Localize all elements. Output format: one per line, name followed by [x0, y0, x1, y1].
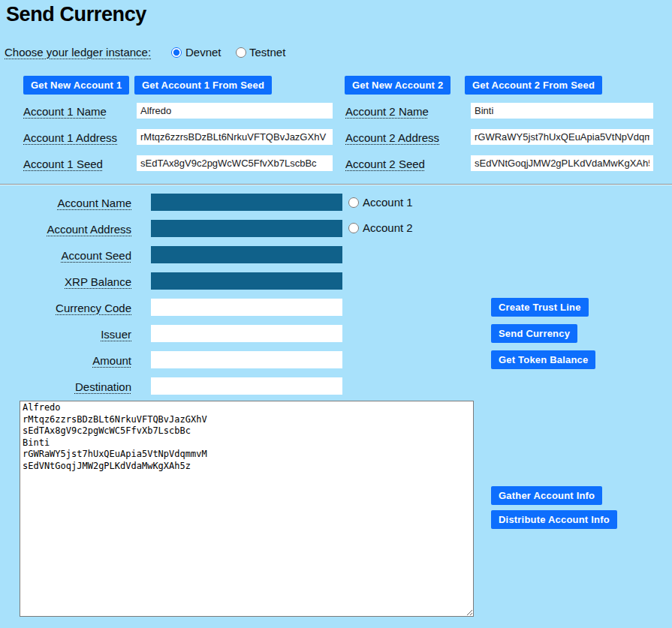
get-new-account2-button[interactable]: Get New Account 2	[345, 76, 451, 95]
page-title: Send Currency	[6, 3, 146, 26]
account2-address-input[interactable]	[471, 129, 653, 145]
amount-label: Amount	[0, 354, 131, 367]
account-seed-label: Account Seed	[0, 249, 131, 262]
section-divider	[0, 184, 672, 185]
account1-select-label[interactable]: Account 1	[363, 196, 413, 209]
get-account1-from-seed-button[interactable]: Get Account 1 From Seed	[134, 76, 272, 95]
account-name-field[interactable]	[151, 194, 342, 211]
create-trust-line-button[interactable]: Create Trust Line	[491, 298, 589, 317]
xrp-balance-field[interactable]	[151, 272, 342, 290]
account1-seed-label: Account 1 Seed	[23, 158, 103, 170]
devnet-radio[interactable]	[171, 47, 182, 58]
destination-label: Destination	[0, 380, 131, 393]
account2-select-radio[interactable]	[348, 223, 359, 233]
account-seed-field[interactable]	[151, 246, 342, 263]
send-currency-page: Send Currency Choose your ledger instanc…	[0, 0, 672, 628]
account2-seed-input[interactable]	[471, 155, 653, 171]
account2-name-input[interactable]	[471, 103, 653, 119]
account-address-label: Account Address	[0, 223, 131, 236]
account1-name-input[interactable]	[137, 103, 333, 119]
account-info-textarea[interactable]: Alfredo rMtqz6zzrsBDzBLt6NrkuVFTQBvJazGX…	[20, 401, 474, 617]
get-token-balance-button[interactable]: Get Token Balance	[491, 350, 595, 369]
account1-name-label: Account 1 Name	[23, 105, 107, 118]
ledger-instance-label: Choose your ledger instance:	[5, 46, 151, 59]
account1-select-radio[interactable]	[348, 197, 359, 208]
testnet-radio-label[interactable]: Testnet	[249, 46, 285, 59]
issuer-input[interactable]	[151, 325, 342, 342]
account2-address-label: Account 2 Address	[345, 131, 439, 144]
account-name-label: Account Name	[0, 197, 131, 209]
xrp-balance-label: XRP Balance	[0, 275, 131, 288]
account2-name-label: Account 2 Name	[345, 105, 429, 118]
distribute-account-info-button[interactable]: Distribute Account Info	[491, 510, 617, 529]
devnet-radio-label[interactable]: Devnet	[185, 46, 221, 59]
account1-seed-input[interactable]	[137, 155, 333, 171]
destination-input[interactable]	[151, 377, 342, 395]
amount-input[interactable]	[151, 351, 342, 368]
issuer-label: Issuer	[0, 328, 131, 341]
account-address-field[interactable]	[151, 220, 342, 237]
currency-code-input[interactable]	[151, 299, 342, 316]
gather-account-info-button[interactable]: Gather Account Info	[491, 486, 602, 505]
get-new-account1-button[interactable]: Get New Account 1	[23, 76, 129, 95]
testnet-radio[interactable]	[236, 47, 246, 58]
currency-code-label: Currency Code	[0, 302, 131, 314]
account2-seed-label: Account 2 Seed	[345, 158, 425, 170]
account1-address-label: Account 1 Address	[23, 131, 117, 144]
get-account2-from-seed-button[interactable]: Get Account 2 From Seed	[465, 76, 602, 95]
send-currency-button[interactable]: Send Currency	[491, 324, 577, 343]
account2-select-label[interactable]: Account 2	[363, 221, 413, 234]
account1-address-input[interactable]	[137, 129, 333, 145]
